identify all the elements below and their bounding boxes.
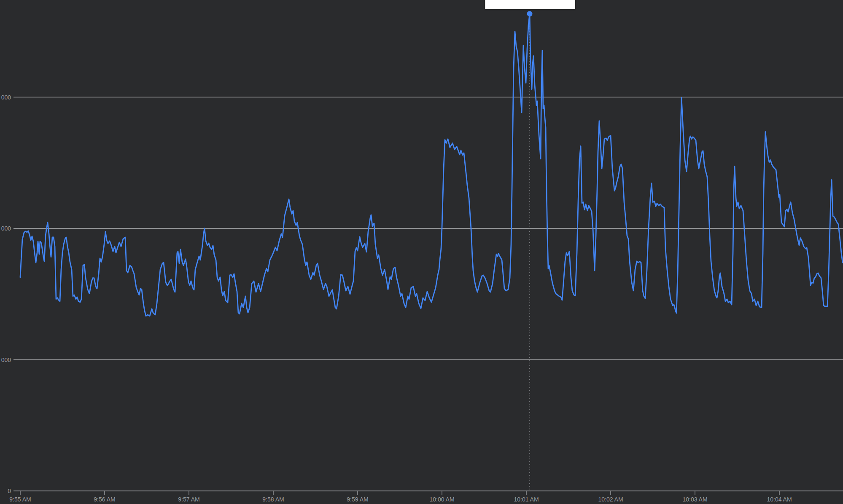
x-axis-label: 9:55 AM (9, 496, 31, 503)
x-axis-label: 10:00 AM (429, 496, 454, 503)
tooltip (485, 0, 575, 9)
y-axis-zero-label: 0 (8, 488, 11, 494)
x-axis-label: 9:59 AM (347, 496, 368, 503)
x-axis-labels: 9:55 AM9:56 AM9:57 AM9:58 AM9:59 AM10:00… (9, 496, 792, 503)
y-axis-label: 000 (1, 94, 11, 101)
y-axis-label: 000 (1, 225, 11, 232)
x-axis-label: 9:57 AM (178, 496, 199, 503)
x-axis-label: 9:56 AM (94, 496, 115, 503)
x-axis-label: 9:58 AM (262, 496, 284, 503)
x-axis-label: 10:01 AM (514, 496, 539, 503)
y-axis-label: 000 (1, 357, 11, 363)
selected-point-marker (527, 11, 533, 16)
horizontal-gridlines (13, 97, 843, 360)
x-axis-label: 10:04 AM (767, 496, 792, 503)
x-axis-label: 10:03 AM (682, 496, 707, 503)
x-axis-label: 10:02 AM (598, 496, 623, 503)
realtime-line-chart[interactable]: 0000000000 9:55 AM9:56 AM9:57 AM9:58 AM9… (0, 0, 843, 504)
x-axis-ticks (20, 491, 779, 495)
realtime-chart-panel: 0000000000 9:55 AM9:56 AM9:57 AM9:58 AM9… (0, 0, 843, 504)
series-line (20, 14, 843, 316)
y-axis-labels: 0000000000 (1, 94, 11, 495)
